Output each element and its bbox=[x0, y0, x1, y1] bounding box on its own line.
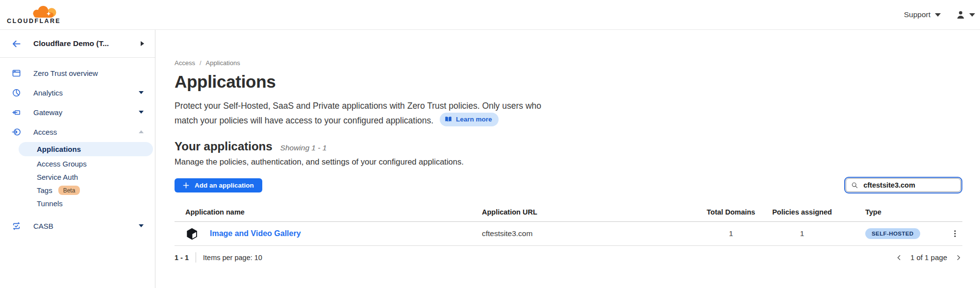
search-icon bbox=[851, 181, 858, 189]
access-submenu: Applications Access Groups Service Auth … bbox=[0, 142, 155, 210]
chevron-left-icon bbox=[895, 254, 903, 262]
add-application-label: Add an application bbox=[195, 182, 254, 189]
main-content: Access / Applications Applications Prote… bbox=[155, 30, 980, 288]
previous-page-button[interactable] bbox=[895, 254, 903, 262]
breadcrumb-separator: / bbox=[200, 59, 201, 67]
sidebar-item-access-groups[interactable]: Access Groups bbox=[0, 157, 155, 170]
learn-more-label: Learn more bbox=[456, 114, 492, 125]
application-url-cell: cftestsite3.com bbox=[482, 229, 704, 238]
chevron-down-icon bbox=[935, 13, 941, 17]
account-name[interactable]: Cloudflare Demo (T... bbox=[33, 39, 141, 48]
sidebar-item-label: Analytics bbox=[33, 89, 139, 97]
cloudflare-logo[interactable]: CLOUDFLARE bbox=[7, 5, 61, 24]
chevron-down-icon bbox=[139, 224, 144, 227]
search-box bbox=[846, 178, 961, 192]
kebab-menu-icon bbox=[951, 229, 959, 238]
beta-badge: Beta bbox=[58, 186, 80, 195]
learn-more-button[interactable]: Learn more bbox=[440, 113, 499, 126]
top-bar-actions: Support bbox=[904, 10, 976, 20]
zero-trust-dashboard: CLOUDFLARE Support Cloudflare bbox=[0, 0, 980, 288]
chevron-up-icon bbox=[139, 130, 144, 133]
casb-icon bbox=[11, 221, 21, 231]
breadcrumb: Access / Applications bbox=[175, 59, 962, 67]
sidebar-item-label: Access Groups bbox=[37, 160, 87, 168]
account-switcher: Cloudflare Demo (T... bbox=[0, 30, 155, 58]
gateway-icon bbox=[11, 107, 21, 117]
items-per-page[interactable]: Items per page: 10 bbox=[203, 254, 262, 262]
sidebar-item-casb[interactable]: CASB bbox=[0, 216, 155, 236]
divider bbox=[196, 252, 196, 263]
chevron-down-icon bbox=[139, 91, 144, 94]
pagination-right: 1 of 1 page bbox=[895, 253, 962, 262]
sidebar-item-access[interactable]: Access bbox=[0, 122, 155, 142]
page-title: Applications bbox=[175, 72, 962, 92]
type-badge: SELF-HOSTED bbox=[865, 228, 920, 239]
sidebar-item-label: Tunnels bbox=[37, 199, 63, 208]
search-input[interactable] bbox=[862, 181, 955, 190]
sidebar-item-label: Access bbox=[33, 128, 139, 136]
breadcrumb-access[interactable]: Access bbox=[175, 59, 195, 67]
login-arrow-icon bbox=[11, 127, 21, 137]
sidebar-item-applications[interactable]: Applications bbox=[19, 142, 153, 156]
application-cube-icon bbox=[185, 227, 199, 240]
cloudflare-cloud-icon bbox=[31, 5, 58, 18]
table-header-row: Application name Application URL Total D… bbox=[175, 206, 962, 222]
pie-chart-icon bbox=[11, 88, 21, 97]
section-title: Your applications bbox=[175, 140, 273, 153]
sidebar-item-service-auth[interactable]: Service Auth bbox=[0, 170, 155, 184]
pagination-bar: 1 - 1 Items per page: 10 1 of 1 page bbox=[175, 252, 962, 263]
chevron-down-icon bbox=[969, 13, 975, 17]
window-icon bbox=[11, 68, 21, 78]
sidebar-item-label: Tags bbox=[37, 186, 52, 194]
section-subtitle: Manage the policies, authentication, and… bbox=[175, 157, 962, 167]
sidebar: Cloudflare Demo (T... Zero Trust overvie… bbox=[0, 30, 155, 288]
page-description: Protect your Self-Hosted, SaaS and Priva… bbox=[175, 99, 962, 127]
support-menu[interactable]: Support bbox=[904, 10, 941, 19]
sidebar-item-label: CASB bbox=[33, 222, 139, 230]
chevron-right-icon[interactable] bbox=[141, 41, 144, 46]
sidebar-item-tags[interactable]: Tags Beta bbox=[0, 184, 155, 197]
cloudflare-logo-text: CLOUDFLARE bbox=[7, 18, 61, 24]
items-range: 1 - 1 bbox=[175, 254, 189, 262]
sidebar-item-label: Zero Trust overview bbox=[33, 69, 144, 77]
add-application-button[interactable]: Add an application bbox=[175, 178, 262, 192]
chevron-right-icon bbox=[955, 254, 962, 262]
pagination-left: 1 - 1 Items per page: 10 bbox=[175, 252, 262, 263]
sidebar-item-label: Gateway bbox=[33, 108, 139, 117]
section-header: Your applications Showing 1 - 1 bbox=[175, 140, 962, 153]
description-line-1: Protect your Self-Hosted, SaaS and Priva… bbox=[175, 101, 541, 111]
user-icon bbox=[955, 10, 966, 20]
sidebar-item-analytics[interactable]: Analytics bbox=[0, 83, 155, 102]
row-actions-menu-button[interactable] bbox=[951, 229, 962, 238]
sidebar-item-gateway[interactable]: Gateway bbox=[0, 102, 155, 122]
policies-assigned-cell: 1 bbox=[758, 229, 846, 238]
sidebar-item-zero-trust-overview[interactable]: Zero Trust overview bbox=[0, 63, 155, 83]
applications-toolbar: Add an application bbox=[175, 177, 962, 193]
column-header-policies-assigned: Policies assigned bbox=[758, 208, 846, 216]
top-bar: CLOUDFLARE Support bbox=[0, 0, 980, 30]
sidebar-nav: Zero Trust overview Analytics bbox=[0, 58, 155, 236]
search-focus-ring bbox=[844, 177, 962, 193]
book-icon bbox=[445, 116, 452, 122]
column-header-type: Type bbox=[846, 208, 943, 216]
total-domains-cell: 1 bbox=[704, 229, 758, 238]
chevron-down-icon bbox=[139, 111, 144, 114]
page-status: 1 of 1 page bbox=[910, 253, 947, 262]
application-name-cell: Image and Video Gallery bbox=[175, 227, 482, 240]
column-header-total-domains: Total Domains bbox=[704, 208, 758, 216]
sidebar-item-label: Service Auth bbox=[37, 173, 78, 181]
user-account-menu[interactable] bbox=[955, 10, 975, 20]
breadcrumb-applications[interactable]: Applications bbox=[206, 59, 240, 67]
description-line-2: match your policies will have access to … bbox=[175, 116, 433, 125]
sidebar-item-tunnels[interactable]: Tunnels bbox=[0, 197, 155, 210]
type-cell: SELF-HOSTED bbox=[846, 228, 943, 239]
application-link[interactable]: Image and Video Gallery bbox=[210, 229, 301, 238]
plus-icon bbox=[183, 182, 189, 189]
column-header-application-url: Application URL bbox=[482, 208, 704, 216]
column-header-application-name: Application name bbox=[175, 208, 482, 216]
next-page-button[interactable] bbox=[955, 254, 962, 262]
showing-count: Showing 1 - 1 bbox=[280, 144, 327, 152]
applications-table: Application name Application URL Total D… bbox=[175, 206, 962, 246]
support-label: Support bbox=[904, 10, 930, 19]
back-arrow-icon[interactable] bbox=[11, 39, 22, 49]
